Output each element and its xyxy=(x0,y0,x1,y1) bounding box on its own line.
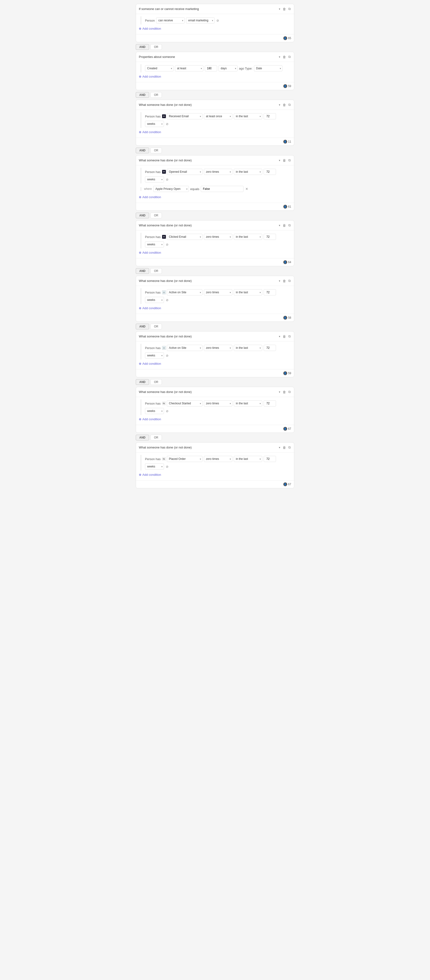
dropdown[interactable]: at least oncezero timesmore than xyxy=(204,289,233,296)
dropdown[interactable]: weeksdaysmonths xyxy=(145,463,164,469)
copy-block-button[interactable]: ⧉ xyxy=(288,223,291,228)
add-condition-button[interactable]: ⊕ Add condition xyxy=(139,361,161,366)
delete-block-button[interactable]: 🗑 xyxy=(282,54,287,59)
delete-block-button[interactable]: 🗑 xyxy=(282,390,287,395)
dropdown[interactable]: can receivecannot receive xyxy=(156,18,185,24)
dropdown[interactable]: in the lastbeforeafter xyxy=(234,234,262,240)
dropdown[interactable]: at least oncezero timesmore than xyxy=(204,456,233,462)
number-input[interactable] xyxy=(264,234,276,240)
dropdown[interactable]: in the lastbeforeafter xyxy=(234,456,262,462)
number-input[interactable] xyxy=(264,169,276,175)
delete-block-button[interactable]: 🗑 xyxy=(282,102,287,107)
expand-button[interactable]: ▾ xyxy=(279,445,281,450)
filter-button[interactable]: ⊘ xyxy=(166,465,169,469)
dropdown[interactable]: in the lastbeforeafter xyxy=(234,345,262,351)
event-dropdown[interactable]: Received EmailOpened EmailClicked Email xyxy=(167,113,202,119)
copy-block-button[interactable]: ⧉ xyxy=(288,390,291,395)
copy-block-button[interactable]: ⧉ xyxy=(288,334,291,339)
filter-button[interactable]: ⊘ xyxy=(166,177,169,182)
dropdown[interactable]: weeksdaysmonths xyxy=(145,297,164,303)
or-button[interactable]: OR xyxy=(150,44,162,50)
add-condition-button[interactable]: ⊕ Add condition xyxy=(139,250,161,255)
text-input[interactable] xyxy=(201,186,244,192)
expand-button[interactable]: ▾ xyxy=(279,334,281,339)
delete-block-button[interactable]: 🗑 xyxy=(282,278,287,283)
number-input[interactable] xyxy=(264,345,276,351)
number-input[interactable] xyxy=(205,65,217,72)
dropdown[interactable]: DateNumberText xyxy=(254,65,282,72)
filter-button[interactable]: ⊘ xyxy=(166,242,169,247)
dropdown[interactable]: CreatedEmailFirst Name xyxy=(145,65,174,72)
dropdown[interactable]: at least oncezero timesmore than xyxy=(204,234,233,240)
dropdown[interactable]: weeksdaysmonths xyxy=(145,121,164,127)
dropdown[interactable]: at least oncezero timesmore than xyxy=(204,169,233,175)
and-button[interactable]: AND xyxy=(136,268,149,274)
copy-block-button[interactable]: ⧉ xyxy=(288,445,291,450)
filter-button[interactable]: ⊘ xyxy=(166,353,169,358)
dropdown[interactable]: in the lastbeforeafter xyxy=(234,400,262,406)
copy-block-button[interactable]: ⧉ xyxy=(288,158,291,163)
delete-block-button[interactable]: 🗑 xyxy=(282,445,287,450)
copy-block-button[interactable]: ⧉ xyxy=(288,6,291,11)
and-button[interactable]: AND xyxy=(136,148,149,153)
add-condition-button[interactable]: ⊕ Add condition xyxy=(139,306,161,310)
filter-button[interactable]: ⊘ xyxy=(166,122,169,126)
and-button[interactable]: AND xyxy=(136,213,149,218)
number-input[interactable] xyxy=(264,113,276,119)
add-condition-button[interactable]: ⊕ Add condition xyxy=(139,195,161,199)
and-button[interactable]: AND xyxy=(136,92,149,98)
and-button[interactable]: AND xyxy=(136,44,149,50)
event-dropdown[interactable]: Received EmailOpened EmailClicked Email xyxy=(167,169,202,175)
add-condition-button[interactable]: ⊕ Add condition xyxy=(139,26,161,31)
expand-button[interactable]: ▾ xyxy=(279,279,281,283)
number-input[interactable] xyxy=(264,289,276,296)
delete-filter-button[interactable]: ✕ xyxy=(245,186,249,191)
and-button[interactable]: AND xyxy=(136,379,149,385)
expand-button[interactable]: ▾ xyxy=(279,103,281,107)
or-button[interactable]: OR xyxy=(150,324,162,329)
expand-button[interactable]: ▾ xyxy=(279,55,281,59)
number-input[interactable] xyxy=(264,400,276,406)
dropdown[interactable]: in the lastbeforeafter xyxy=(234,169,262,175)
delete-block-button[interactable]: 🗑 xyxy=(282,6,287,11)
or-button[interactable]: OR xyxy=(150,92,162,98)
event-dropdown[interactable]: Checkout StartedPlaced Order xyxy=(167,456,202,462)
copy-block-button[interactable]: ⧉ xyxy=(288,54,291,59)
delete-block-button[interactable]: 🗑 xyxy=(282,158,287,163)
expand-button[interactable]: ▾ xyxy=(279,158,281,162)
add-condition-button[interactable]: ⊕ Add condition xyxy=(139,417,161,422)
expand-button[interactable]: ▾ xyxy=(279,7,281,11)
dropdown[interactable]: weeksdaysmonths xyxy=(145,241,164,248)
dropdown[interactable]: in the lastbeforeafter xyxy=(234,289,262,296)
and-button[interactable]: AND xyxy=(136,324,149,329)
dropdown[interactable]: at least oncezero timesmore than xyxy=(204,113,233,119)
or-button[interactable]: OR xyxy=(150,148,162,153)
event-dropdown[interactable]: Active on SiteViewed Product xyxy=(167,345,202,351)
dropdown[interactable]: email marketingsms marketing xyxy=(186,18,215,24)
or-button[interactable]: OR xyxy=(150,435,162,441)
or-button[interactable]: OR xyxy=(150,268,162,274)
and-button[interactable]: AND xyxy=(136,435,149,441)
dropdown[interactable]: weeksdaysmonths xyxy=(145,176,164,183)
add-condition-button[interactable]: ⊕ Add condition xyxy=(139,130,161,134)
dropdown[interactable]: at leastbeforeafterexactly xyxy=(175,65,203,72)
add-condition-button[interactable]: ⊕ Add condition xyxy=(139,74,161,79)
event-dropdown[interactable]: Received EmailOpened EmailClicked Email xyxy=(167,234,202,240)
or-button[interactable]: OR xyxy=(150,213,162,218)
number-input[interactable] xyxy=(264,456,276,462)
add-condition-button[interactable]: ⊕ Add condition xyxy=(139,473,161,477)
dropdown[interactable]: weeksdaysmonths xyxy=(145,352,164,358)
dropdown[interactable]: Apple Privacy Open xyxy=(153,186,189,192)
or-button[interactable]: OR xyxy=(150,379,162,385)
filter-button[interactable]: ⊘ xyxy=(166,409,169,414)
event-dropdown[interactable]: Checkout StartedPlaced Order xyxy=(167,400,202,406)
copy-block-button[interactable]: ⧉ xyxy=(288,102,291,107)
dropdown[interactable]: weeksdaysmonths xyxy=(145,408,164,414)
dropdown[interactable]: at least oncezero timesmore than xyxy=(204,345,233,351)
delete-block-button[interactable]: 🗑 xyxy=(282,334,287,339)
filter-button[interactable]: ⊘ xyxy=(216,18,220,23)
expand-button[interactable]: ▾ xyxy=(279,223,281,228)
dropdown[interactable]: daysweeksmonths xyxy=(218,65,237,72)
filter-button[interactable]: ⊘ xyxy=(166,298,169,302)
delete-block-button[interactable]: 🗑 xyxy=(282,223,287,228)
